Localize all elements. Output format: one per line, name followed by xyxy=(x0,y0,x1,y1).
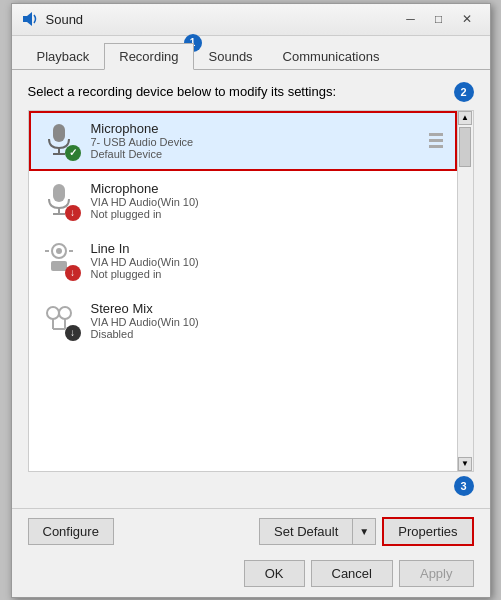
title-bar-left: Sound xyxy=(22,10,84,28)
title-bar: Sound ─ □ ✕ xyxy=(12,4,490,36)
scrollbar[interactable]: ▲ ▼ xyxy=(458,110,474,472)
tab-recording-wrap: Recording 1 xyxy=(104,42,193,69)
annotation-2-badge: 2 xyxy=(454,82,474,102)
device-icon-wrap-4: ↓ xyxy=(41,301,81,341)
device-sub-2: VIA HD Audio(Win 10) xyxy=(91,196,445,208)
minimize-button[interactable]: ─ xyxy=(398,9,424,29)
device-name-4: Stereo Mix xyxy=(91,301,445,316)
svg-point-9 xyxy=(56,248,62,254)
svg-rect-0 xyxy=(23,16,27,22)
device-item-stereo-mix[interactable]: ↓ Stereo Mix VIA HD Audio(Win 10) Disabl… xyxy=(29,291,457,351)
status-badge-red-3: ↓ xyxy=(65,265,81,281)
device-sub-3: VIA HD Audio(Win 10) xyxy=(91,256,445,268)
device-name-2: Microphone xyxy=(91,181,445,196)
device-list: ✓ Microphone 7- USB Audio Device Default… xyxy=(28,110,458,472)
scroll-down-button[interactable]: ▼ xyxy=(458,457,472,471)
ok-cancel-bar: OK Cancel Apply xyxy=(12,554,490,597)
instruction-row: Select a recording device below to modif… xyxy=(28,82,474,102)
device-icon-wrap-2: ↓ xyxy=(41,181,81,221)
device-status-2: Not plugged in xyxy=(91,208,445,220)
device-info-4: Stereo Mix VIA HD Audio(Win 10) Disabled xyxy=(91,301,445,340)
device-item-microphone-via[interactable]: ↓ Microphone VIA HD Audio(Win 10) Not pl… xyxy=(29,171,457,231)
svg-marker-1 xyxy=(27,12,32,26)
main-content: Select a recording device below to modif… xyxy=(12,70,490,508)
device-status-1: Default Device xyxy=(91,148,419,160)
svg-rect-2 xyxy=(53,124,65,142)
status-badge-dark-4: ↓ xyxy=(65,325,81,341)
svg-point-14 xyxy=(59,307,71,319)
device-status-4: Disabled xyxy=(91,328,445,340)
scroll-thumb[interactable] xyxy=(459,127,471,167)
svg-rect-12 xyxy=(51,261,67,271)
device-icon-wrap-1: ✓ xyxy=(41,121,81,161)
right-buttons: Set Default ▼ Properties xyxy=(259,517,473,546)
tab-communications-wrap: Communications xyxy=(268,42,395,69)
device-item-line-in[interactable]: ↓ Line In VIA HD Audio(Win 10) Not plugg… xyxy=(29,231,457,291)
instruction-text: Select a recording device below to modif… xyxy=(28,84,337,99)
device-item-microphone-usb[interactable]: ✓ Microphone 7- USB Audio Device Default… xyxy=(29,111,457,171)
device-sub-4: VIA HD Audio(Win 10) xyxy=(91,316,445,328)
properties-button[interactable]: Properties xyxy=(382,517,473,546)
tabs-bar: Playback Recording 1 Sounds Communicatio… xyxy=(12,36,490,70)
cancel-button[interactable]: Cancel xyxy=(311,560,393,587)
svg-point-13 xyxy=(47,307,59,319)
tab-sounds-wrap: Sounds xyxy=(194,42,268,69)
annotation-3-row: 3 xyxy=(28,476,474,496)
device-info-2: Microphone VIA HD Audio(Win 10) Not plug… xyxy=(91,181,445,220)
device-name-1: Microphone xyxy=(91,121,419,136)
window-title: Sound xyxy=(46,12,84,27)
tab-communications[interactable]: Communications xyxy=(268,43,395,69)
bottom-bar: Configure Set Default ▼ Properties xyxy=(12,508,490,554)
maximize-button[interactable]: □ xyxy=(426,9,452,29)
set-default-group: Set Default ▼ xyxy=(259,518,376,545)
set-default-arrow-button[interactable]: ▼ xyxy=(352,519,375,544)
tab-recording[interactable]: Recording xyxy=(104,43,193,70)
configure-button[interactable]: Configure xyxy=(28,518,114,545)
tab-playback-wrap: Playback xyxy=(22,42,105,69)
title-controls: ─ □ ✕ xyxy=(398,9,480,29)
device-name-3: Line In xyxy=(91,241,445,256)
annotation-3-badge: 3 xyxy=(454,476,474,496)
device-sub-1: 7- USB Audio Device xyxy=(91,136,419,148)
ok-button[interactable]: OK xyxy=(244,560,305,587)
device-status-3: Not plugged in xyxy=(91,268,445,280)
close-button[interactable]: ✕ xyxy=(454,9,480,29)
tab-sounds[interactable]: Sounds xyxy=(194,43,268,69)
scrollbar-indicator xyxy=(429,133,445,148)
svg-rect-5 xyxy=(53,184,65,202)
tab-playback[interactable]: Playback xyxy=(22,43,105,69)
apply-button[interactable]: Apply xyxy=(399,560,474,587)
sound-dialog: Sound ─ □ ✕ Playback Recording 1 Sounds xyxy=(11,3,491,598)
set-default-button[interactable]: Set Default xyxy=(260,519,352,544)
device-list-empty xyxy=(29,351,457,471)
speaker-icon xyxy=(22,10,40,28)
scroll-up-button[interactable]: ▲ xyxy=(458,111,472,125)
status-badge-green-1: ✓ xyxy=(65,145,81,161)
device-info-1: Microphone 7- USB Audio Device Default D… xyxy=(91,121,419,160)
status-badge-red-2: ↓ xyxy=(65,205,81,221)
device-info-3: Line In VIA HD Audio(Win 10) Not plugged… xyxy=(91,241,445,280)
device-icon-wrap-3: ↓ xyxy=(41,241,81,281)
